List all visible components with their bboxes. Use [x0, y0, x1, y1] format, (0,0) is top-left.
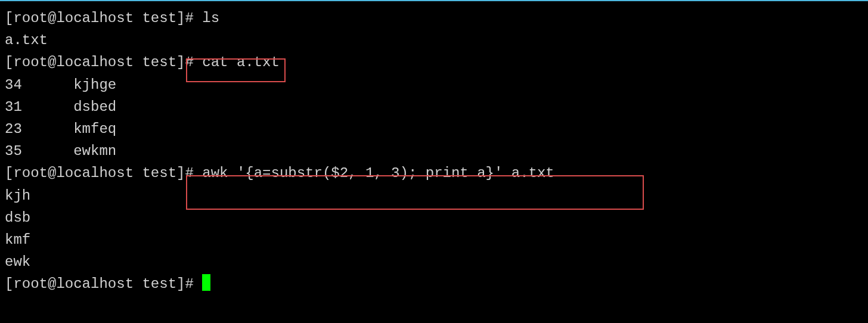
- output-text: dsb: [5, 207, 863, 229]
- command-text: cat a.txt: [202, 54, 280, 70]
- terminal-line[interactable]: [root@localhost test]#: [5, 273, 863, 295]
- prompt-text: [root@localhost test]#: [5, 10, 202, 26]
- cursor-icon: [202, 274, 210, 291]
- command-text: awk '{a=substr($2, 1, 3); print a}' a.tx…: [202, 165, 554, 181]
- terminal-output: [root@localhost test]# ls a.txt [root@lo…: [5, 7, 863, 295]
- terminal-line: [root@localhost test]# cat a.txt: [5, 51, 863, 73]
- output-text: kmf: [5, 229, 863, 251]
- output-text: 35 ewkmn: [5, 140, 863, 162]
- output-text: a.txt: [5, 29, 863, 51]
- prompt-text: [root@localhost test]#: [5, 276, 202, 292]
- output-text: ewk: [5, 251, 863, 273]
- output-text: 23 kmfeq: [5, 118, 863, 140]
- output-text: kjh: [5, 185, 863, 207]
- command-text: ls: [202, 10, 219, 26]
- prompt-text: [root@localhost test]#: [5, 54, 202, 70]
- terminal-line: [root@localhost test]# ls: [5, 7, 863, 29]
- prompt-text: [root@localhost test]#: [5, 165, 202, 181]
- output-text: 34 kjhge: [5, 74, 863, 96]
- output-text: 31 dsbed: [5, 96, 863, 118]
- terminal-line: [root@localhost test]# awk '{a=substr($2…: [5, 162, 863, 184]
